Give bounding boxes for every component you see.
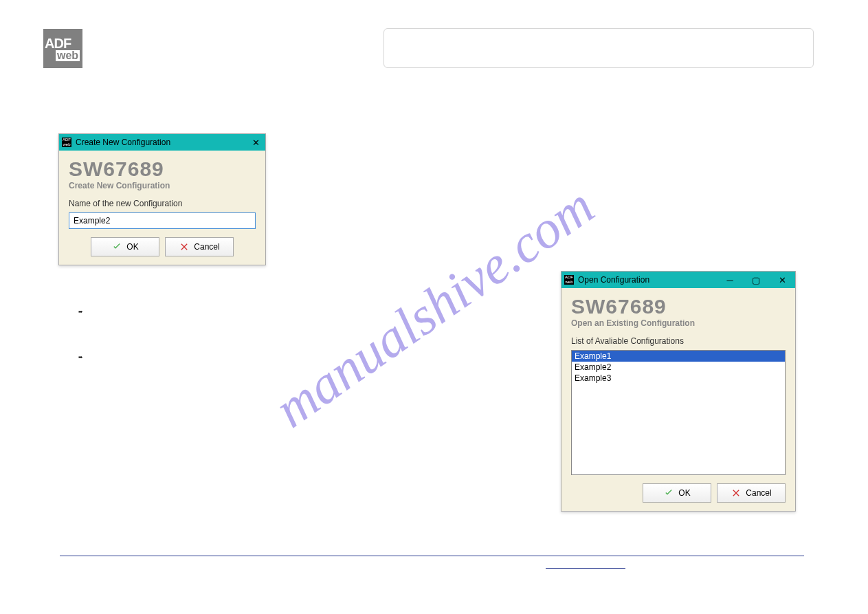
ok-button[interactable]: OK <box>91 237 159 256</box>
create-subheading: Create New Configuration <box>69 181 256 190</box>
cancel-button[interactable]: Cancel <box>165 237 234 256</box>
check-icon <box>111 241 122 252</box>
close-icon[interactable]: ✕ <box>246 134 265 151</box>
logo-line2: web <box>56 50 80 61</box>
cancel-label: Cancel <box>746 488 771 498</box>
open-title: Open Configuration <box>578 275 649 285</box>
create-field-label: Name of the new Configuration <box>69 199 256 208</box>
list-item[interactable]: Example2 <box>572 362 785 373</box>
config-listbox[interactable]: Example1 Example2 Example3 <box>571 350 786 475</box>
open-titlebar: ADFweb Open Configuration ─ ▢ ✕ <box>561 272 795 288</box>
ok-label: OK <box>126 242 138 252</box>
ok-label: OK <box>678 488 690 498</box>
ok-button[interactable]: OK <box>643 483 711 503</box>
logo-line1: ADF <box>43 36 82 50</box>
list-item[interactable]: Example3 <box>572 373 785 384</box>
open-config-dialog: ADFweb Open Configuration ─ ▢ ✕ SW67689 … <box>561 271 796 512</box>
bullet-item <box>78 351 89 362</box>
bullet-list <box>78 305 89 396</box>
close-icon[interactable]: ✕ <box>769 272 795 288</box>
x-icon <box>179 241 190 252</box>
list-item[interactable]: Example1 <box>572 351 785 362</box>
watermark-text: manualshive.com <box>263 175 605 440</box>
search-input[interactable] <box>383 28 814 68</box>
config-name-input[interactable] <box>69 212 256 229</box>
open-subheading: Open an Existing Configuration <box>571 318 786 328</box>
check-icon <box>663 487 674 498</box>
open-heading: SW67689 <box>571 295 786 318</box>
cancel-button[interactable]: Cancel <box>717 483 786 503</box>
footer-divider <box>60 556 804 556</box>
create-heading: SW67689 <box>69 157 256 181</box>
create-config-dialog: ADFweb Create New Configuration ✕ SW6768… <box>58 133 266 265</box>
app-icon: ADFweb <box>564 275 574 285</box>
create-titlebar: ADFweb Create New Configuration ✕ <box>59 134 265 151</box>
footer-link[interactable] <box>546 567 625 569</box>
minimize-icon[interactable]: ─ <box>717 272 743 288</box>
adfweb-logo: ADF web <box>43 29 82 68</box>
bullet-item <box>78 305 89 316</box>
app-icon: ADFweb <box>62 138 71 147</box>
x-icon <box>731 487 742 498</box>
open-list-label: List of Avaliable Configurations <box>571 336 786 346</box>
cancel-label: Cancel <box>194 242 219 252</box>
maximize-icon[interactable]: ▢ <box>743 272 769 288</box>
create-title: Create New Configuration <box>76 138 170 147</box>
